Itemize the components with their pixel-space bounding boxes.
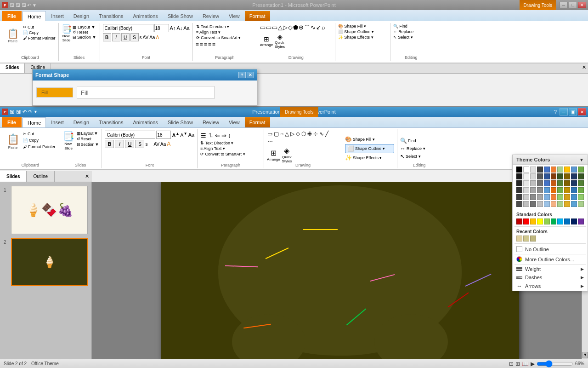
tab-home[interactable]: Home xyxy=(23,117,46,127)
std-dkblue[interactable] xyxy=(571,218,577,224)
swatch-r6-8[interactable] xyxy=(564,201,570,207)
shape-outline-back[interactable]: ⬜ Shape Outline ▾ xyxy=(338,29,387,34)
swatch-dkgray[interactable] xyxy=(537,167,543,172)
back-view-tab[interactable]: View xyxy=(224,11,244,21)
swatch-r5-4[interactable] xyxy=(537,194,543,200)
replace-btn[interactable]: ↔ Replace ▾ xyxy=(400,145,438,152)
quick-styles-btn[interactable]: ◈QuickStyles xyxy=(282,146,292,163)
font-family-input-back[interactable] xyxy=(103,24,153,32)
quick-access-undo[interactable]: ↶ xyxy=(23,109,27,115)
recent-3[interactable] xyxy=(530,236,536,242)
shape-diamond[interactable]: ◇ xyxy=(295,130,300,138)
swatch-r6-1[interactable] xyxy=(516,201,522,207)
shape-rect[interactable]: ▭ xyxy=(267,130,273,138)
swatch-r6-7[interactable] xyxy=(557,201,563,207)
increase-indent-btn[interactable]: ⇒ xyxy=(221,132,227,139)
decrease-indent-btn[interactable]: ⇐ xyxy=(215,132,220,139)
tab-format[interactable]: Format xyxy=(245,117,270,127)
recent-1[interactable] xyxy=(516,236,522,242)
tab-slideshow[interactable]: Slide Show xyxy=(163,117,198,127)
view-slideshow-btn[interactable]: ▶ xyxy=(531,361,535,367)
outline-tab-main[interactable]: Outline xyxy=(27,171,55,182)
convert-smartart-back[interactable]: ⟳ Convert to SmartArt ▾ xyxy=(196,35,254,40)
back-design-tab[interactable]: Design xyxy=(69,11,94,21)
std-ltblue[interactable] xyxy=(557,218,563,224)
swatch-r4-7[interactable] xyxy=(557,187,563,193)
swatch-r2-4[interactable] xyxy=(537,173,543,179)
swatch-green1[interactable] xyxy=(557,167,563,172)
shape-outline-btn[interactable]: ⬜ Shape Outline ▾ xyxy=(345,144,394,153)
swatch-white[interactable] xyxy=(523,167,529,172)
back-file-tab[interactable]: File xyxy=(2,11,22,21)
shape-oval[interactable]: ○ xyxy=(280,130,284,138)
swatch-r4-4[interactable] xyxy=(537,187,543,193)
bullets-btn[interactable]: ☰ xyxy=(200,132,207,139)
swatch-r3-2[interactable] xyxy=(523,180,529,186)
text-dir-btn[interactable]: ⇅ Text Direction ▾ xyxy=(200,141,233,145)
swatch-r6-4[interactable] xyxy=(537,201,543,207)
back-home-tab[interactable]: Home xyxy=(23,11,46,21)
back-review-tab[interactable]: Review xyxy=(198,11,224,21)
swatch-ltgreen1[interactable] xyxy=(578,167,584,172)
swatch-r2-1[interactable] xyxy=(516,173,522,179)
arrange-back[interactable]: ⊞Arrange xyxy=(260,35,273,47)
bold-back[interactable]: B xyxy=(103,33,111,41)
swatch-ltblue1[interactable] xyxy=(571,167,577,172)
arrange-btn[interactable]: ⊞Arrange xyxy=(267,149,280,161)
view-slide-sorter-btn[interactable]: ⊞ xyxy=(515,361,520,367)
font-color-btn[interactable]: A xyxy=(167,141,170,147)
align-text-back[interactable]: ≡ Align Text ▾ xyxy=(196,29,254,35)
shape-more[interactable]: ⋯ xyxy=(267,138,273,145)
swatch-r4-6[interactable] xyxy=(551,187,557,193)
line-yellow-top[interactable] xyxy=(303,229,338,230)
section-btn[interactable]: ⊟ Section ▼ xyxy=(77,142,99,147)
shape-round-rect[interactable]: ▢ xyxy=(273,130,279,138)
slides-tab-back[interactable]: Slides xyxy=(0,63,25,73)
format-painter-btn-back[interactable]: 🖌Format Painter xyxy=(23,36,56,40)
std-ltgreen[interactable] xyxy=(544,218,550,224)
swatch-yellow1[interactable] xyxy=(564,167,570,172)
std-dark-red[interactable] xyxy=(516,218,522,224)
back-transitions-tab[interactable]: Transitions xyxy=(94,11,128,21)
paste-btn-back[interactable]: 📋 Paste xyxy=(5,24,21,47)
swatch-r5-10[interactable] xyxy=(578,194,584,200)
find-btn[interactable]: 🔍 Find xyxy=(400,138,438,144)
reset-btn[interactable]: ↺ Reset xyxy=(77,137,99,141)
shape-wave[interactable]: ∿ xyxy=(319,130,324,138)
minimize-btn[interactable]: ─ xyxy=(560,108,568,115)
swatch-r4-3[interactable] xyxy=(530,187,536,193)
close-btn[interactable]: ✕ xyxy=(578,108,586,115)
quick-access-open[interactable]: 🖫 xyxy=(16,109,21,115)
panel-expand-icon[interactable]: ▼ xyxy=(579,157,584,162)
font-color-back[interactable]: A xyxy=(156,35,159,40)
swatch-r6-3[interactable] xyxy=(530,201,536,207)
weight-btn[interactable]: Weight ▶ xyxy=(513,265,588,273)
slide-2-thumb[interactable]: 🍦 xyxy=(11,238,88,286)
swatch-r2-8[interactable] xyxy=(564,173,570,179)
swatch-r4-5[interactable] xyxy=(544,187,550,193)
swatch-r2-10[interactable] xyxy=(578,173,584,179)
find-back[interactable]: 🔍 Find xyxy=(393,24,429,29)
increase-font-btn[interactable]: A▲ xyxy=(172,132,179,138)
zoom-slider[interactable] xyxy=(537,361,573,367)
std-red[interactable] xyxy=(523,218,529,224)
no-outline-btn[interactable]: No Outline xyxy=(513,245,588,253)
format-painter-btn[interactable]: 🖌Format Painter xyxy=(23,144,56,150)
decrease-font-back[interactable]: A↓ xyxy=(176,25,182,31)
swatch-r5-5[interactable] xyxy=(544,194,550,200)
swatch-r3-4[interactable] xyxy=(537,180,543,186)
dialog-nav-fill[interactable]: Fill xyxy=(36,87,73,98)
swatch-r6-2[interactable] xyxy=(523,201,529,207)
shadow-back[interactable]: s xyxy=(140,35,142,40)
swatch-r3-9[interactable] xyxy=(571,180,577,186)
swatch-r5-2[interactable] xyxy=(523,194,529,200)
back-animations-tab[interactable]: Animations xyxy=(128,11,162,21)
cut-btn-back[interactable]: ✂Cut xyxy=(23,25,56,29)
strikethrough-back[interactable]: S xyxy=(130,33,139,41)
std-blue[interactable] xyxy=(564,218,570,224)
minimize-btn-back[interactable]: ─ xyxy=(560,2,568,8)
back-insert-tab[interactable]: Insert xyxy=(46,11,68,21)
swatch-r5-7[interactable] xyxy=(557,194,563,200)
change-case-btn[interactable]: Aa xyxy=(160,142,166,147)
shape-hex[interactable]: ⬡ xyxy=(301,130,306,138)
